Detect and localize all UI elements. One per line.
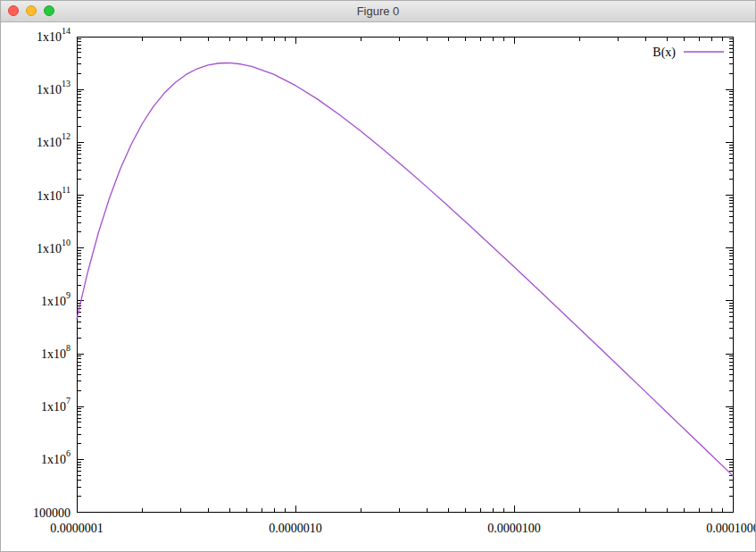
y-axis-ticks [77, 37, 733, 513]
x-axis-ticks [77, 37, 733, 513]
window-title: Figure 0 [1, 1, 755, 21]
y-tick-label: 1x1010 [37, 237, 71, 255]
plot-canvas: 1000001x1061x1071x1081x1091x10101x10111x… [1, 22, 755, 551]
y-tick-label: 1x108 [41, 343, 71, 361]
series-line-bx [77, 63, 733, 475]
x-tick-label: 0.0000010 [269, 522, 322, 535]
x-tick-label: 0.0000001 [50, 522, 104, 535]
legend: B(x) [652, 46, 724, 60]
y-axis-labels: 1000001x1061x1071x1081x1091x10101x10111x… [33, 26, 71, 520]
chart-area: 1000001x1061x1071x1081x1091x10101x10111x… [1, 22, 755, 551]
y-tick-label: 100000 [33, 506, 71, 519]
y-tick-label: 1x1012 [37, 131, 71, 149]
x-axis-labels: 0.00000010.00000100.00001000.0001000 [50, 522, 756, 535]
plot-frame [77, 37, 733, 513]
y-tick-label: 1x107 [41, 396, 71, 414]
y-tick-label: 1x106 [41, 448, 71, 466]
window-titlebar[interactable]: Figure 0 [1, 1, 755, 22]
legend-label: B(x) [652, 46, 676, 60]
y-tick-label: 1x109 [41, 289, 71, 307]
x-tick-label: 0.0001000 [706, 522, 756, 535]
figure-window: Figure 0 1000001x1061x1071x1081x1091x101… [0, 0, 756, 552]
x-tick-label: 0.0000100 [487, 522, 541, 535]
y-tick-label: 1x1011 [37, 184, 71, 202]
y-tick-label: 1x1014 [37, 26, 71, 44]
y-tick-label: 1x1013 [37, 79, 71, 96]
